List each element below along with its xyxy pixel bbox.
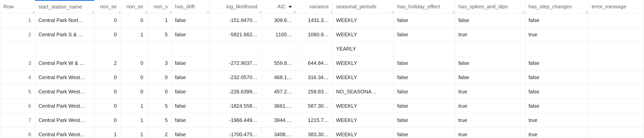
cell-error-message[interactable] [588, 113, 644, 127]
cell-sub[interactable] [588, 42, 644, 56]
header-has-drift[interactable]: has_drift [172, 1, 210, 13]
cell-sub[interactable] [525, 42, 588, 56]
cell-sub[interactable] [94, 42, 121, 56]
cell-non-se-1[interactable]: 0 [94, 13, 121, 27]
cell-has-drift[interactable]: false [172, 85, 210, 99]
cell-station[interactable]: Central Park West… [35, 113, 94, 127]
table-row[interactable]: 7Central Park West…015false-1966.449…394… [0, 113, 644, 127]
cell-has-step-changes[interactable]: true [525, 27, 588, 42]
cell-has-step-changes[interactable]: false [525, 70, 588, 85]
cell-row-num[interactable]: 5 [0, 85, 35, 99]
cell-non-se-2[interactable]: 0 [121, 70, 147, 85]
cell-has-holiday-effect[interactable]: false [394, 85, 455, 99]
resize-handle-icon[interactable] [451, 9, 455, 13]
cell-has-holiday-effect[interactable]: false [394, 113, 455, 127]
cell-has-drift[interactable]: false [172, 99, 210, 113]
header-aic[interactable]: AIC [262, 1, 296, 13]
table-row[interactable]: 5Central Park West…000false-226.6399…457… [0, 85, 644, 99]
cell-station[interactable]: Central Park West… [35, 70, 94, 85]
cell-has-holiday-effect[interactable]: false [394, 70, 455, 85]
cell-has-step-changes[interactable]: false [525, 56, 588, 70]
cell-aic[interactable]: 559.8… [262, 56, 296, 70]
table-row[interactable]: 3Central Park W & …203false-272.9037…559… [0, 56, 644, 70]
cell-station[interactable]: Central Park W & … [35, 56, 94, 70]
cell-has-holiday-effect[interactable]: false [394, 13, 455, 27]
cell-row-num[interactable]: 3 [0, 56, 35, 70]
cell-log-likelihood[interactable]: -1824.558… [210, 99, 262, 113]
cell-error-message[interactable] [588, 56, 644, 70]
cell-aic[interactable]: 309.6… [262, 13, 296, 27]
resize-handle-icon[interactable] [143, 9, 147, 13]
cell-row-num[interactable]: 6 [0, 99, 35, 113]
cell-aic[interactable]: 1165… [262, 27, 296, 42]
resize-handle-icon[interactable] [117, 9, 120, 13]
cell-sub[interactable] [0, 42, 35, 56]
cell-log-likelihood[interactable]: -226.6399… [210, 85, 262, 99]
header-variance[interactable]: variance [296, 1, 333, 13]
cell-non-se-2[interactable]: 0 [121, 56, 147, 70]
cell-row-num[interactable]: 2 [0, 27, 35, 42]
cell-log-likelihood[interactable]: -151.8470… [210, 13, 262, 27]
resize-handle-icon[interactable] [31, 9, 34, 13]
header-row-num[interactable]: Row [0, 1, 35, 13]
cell-error-message[interactable] [588, 27, 644, 42]
cell-log-likelihood[interactable]: -272.9037… [210, 56, 262, 70]
resize-handle-icon[interactable] [521, 9, 525, 13]
cell-variance[interactable]: 258.83… [296, 85, 333, 99]
cell-log-likelihood[interactable]: -1700.475… [210, 127, 262, 138]
cell-has-step-changes[interactable]: false [525, 99, 588, 113]
cell-error-message[interactable] [588, 85, 644, 99]
cell-seasonal-periods[interactable]: WEEKLY [333, 127, 394, 138]
table-sub-row[interactable]: YEARLY [0, 42, 644, 56]
cell-has-drift[interactable]: false [172, 70, 210, 85]
table-row[interactable]: 8Central Park West…112false-1700.475…340… [0, 127, 644, 138]
header-has-holiday-effect[interactable]: has_holiday_effect [394, 1, 455, 13]
cell-log-likelihood[interactable]: -1966.449… [210, 113, 262, 127]
cell-non-s[interactable]: 2 [147, 127, 172, 138]
cell-has-spikes-and-dips[interactable]: true [455, 27, 525, 42]
cell-has-holiday-effect[interactable]: false [394, 127, 455, 138]
resize-handle-icon[interactable] [206, 9, 209, 13]
cell-seasonal-periods[interactable]: WEEKLY [333, 27, 394, 42]
cell-non-s[interactable]: 0 [147, 85, 172, 99]
cell-sub[interactable] [210, 42, 262, 56]
cell-sub[interactable] [172, 42, 210, 56]
header-seasonal-periods[interactable]: seasonal_periods [333, 1, 394, 13]
cell-row-num[interactable]: 8 [0, 127, 35, 138]
cell-has-holiday-effect[interactable]: false [394, 56, 455, 70]
cell-station[interactable]: Central Park S & … [35, 27, 94, 42]
cell-non-se-1[interactable]: 1 [94, 127, 121, 138]
cell-has-step-changes[interactable]: false [525, 85, 588, 99]
cell-variance[interactable]: 1060.9… [296, 27, 333, 42]
cell-has-step-changes[interactable]: true [525, 127, 588, 138]
cell-variance[interactable]: 587.30… [296, 99, 333, 113]
cell-variance[interactable]: 383.30… [296, 127, 333, 138]
header-has-spikes-and-dips[interactable]: has_spikes_and_dips [455, 1, 525, 13]
resize-handle-icon[interactable] [292, 9, 296, 13]
cell-non-se-2[interactable]: 1 [121, 127, 147, 138]
cell-seasonal-periods[interactable]: WEEKLY [333, 13, 394, 27]
cell-row-num[interactable]: 4 [0, 70, 35, 85]
cell-log-likelihood[interactable]: -5821.662… [210, 27, 262, 42]
cell-non-se-1[interactable]: 0 [94, 27, 121, 42]
cell-variance[interactable]: 1431.3… [296, 13, 333, 27]
cell-error-message[interactable] [588, 99, 644, 113]
cell-has-holiday-effect[interactable]: false [394, 27, 455, 42]
cell-seasonal-periods[interactable]: NO_SEASONA… [333, 85, 394, 99]
cell-non-se-1[interactable]: 2 [94, 56, 121, 70]
cell-non-se-1[interactable]: 0 [94, 99, 121, 113]
cell-has-spikes-and-dips[interactable]: true [455, 127, 525, 138]
cell-non-se-2[interactable]: 1 [121, 99, 147, 113]
cell-sub[interactable] [121, 42, 147, 56]
table-row[interactable]: 1Central Park Nort…001false-151.8470…309… [0, 13, 644, 27]
cell-has-drift[interactable]: false [172, 127, 210, 138]
cell-seasonal-periods-sub[interactable]: YEARLY [333, 42, 394, 56]
cell-variance[interactable]: 1215.7… [296, 113, 333, 127]
cell-seasonal-periods[interactable]: WEEKLY [333, 113, 394, 127]
resize-handle-icon[interactable] [329, 9, 332, 13]
cell-non-s[interactable]: 0 [147, 70, 172, 85]
resize-handle-icon[interactable] [168, 9, 171, 13]
cell-sub[interactable] [35, 42, 94, 56]
cell-error-message[interactable] [588, 13, 644, 27]
cell-station[interactable]: Central Park Nort… [35, 13, 94, 27]
